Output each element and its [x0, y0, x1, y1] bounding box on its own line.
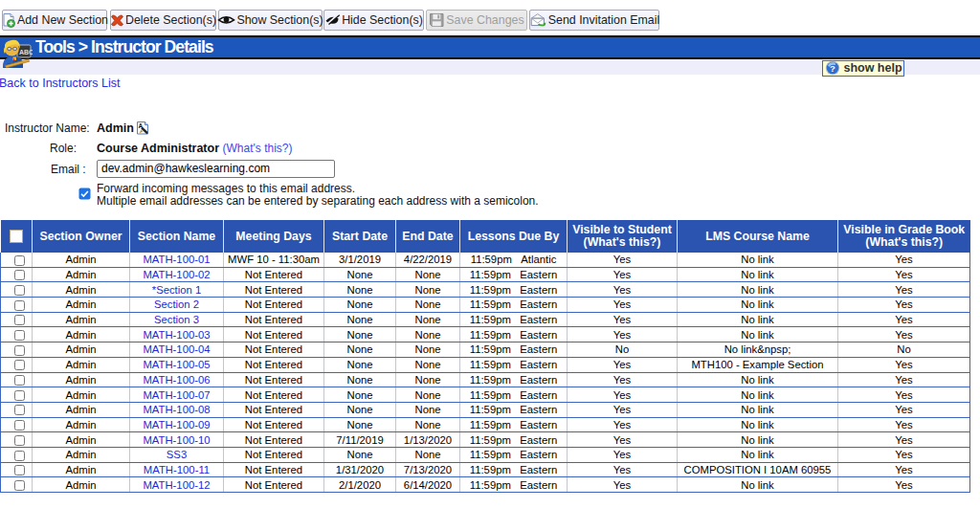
svg-text:?: ?	[830, 63, 835, 74]
svg-text:ABC: ABC	[19, 49, 33, 55]
